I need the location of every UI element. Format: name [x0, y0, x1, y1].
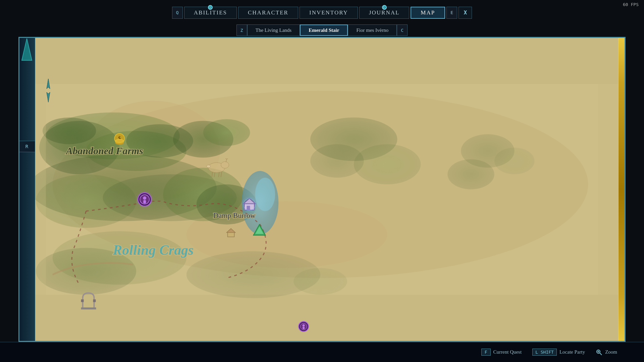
locate-party-hint: L SHIFT Locate Party: [532, 349, 585, 356]
current-quest-hint: F Current Quest: [481, 349, 522, 356]
tab-abilities[interactable]: ! ABILITIES: [184, 7, 237, 19]
sidebar-r-button[interactable]: R: [18, 141, 35, 152]
tab-journal[interactable]: ! JOURNAL: [359, 7, 409, 19]
svg-marker-68: [47, 92, 50, 102]
svg-point-23: [494, 147, 535, 174]
svg-point-47: [115, 139, 123, 142]
svg-rect-38: [247, 206, 250, 210]
sub-key-right[interactable]: C: [397, 24, 408, 36]
zoom-icon: [596, 349, 602, 356]
tab-character[interactable]: CHARACTER: [238, 7, 298, 19]
svg-rect-59: [93, 299, 96, 302]
svg-point-20: [354, 144, 421, 184]
compass-indicator: [18, 37, 35, 64]
bottom-hint-bar: F Current Quest L SHIFT Locate Party Zoo…: [0, 342, 644, 362]
map-background: $: [19, 38, 625, 341]
svg-point-11: [203, 119, 250, 146]
sub-key-left[interactable]: Z: [236, 24, 247, 36]
svg-marker-69: [22, 39, 32, 60]
notification-dot-journal: !: [382, 5, 387, 10]
current-quest-key[interactable]: F: [481, 349, 491, 356]
svg-rect-51: [143, 200, 146, 203]
sub-tab-living-lands[interactable]: The Living Lands: [247, 24, 300, 36]
svg-text:Rolling Crags: Rolling Crags: [112, 242, 194, 258]
svg-point-9: [43, 117, 96, 144]
nav-bar: 60 FPS Q ! ABILITIES CHARACTER INVENTORY…: [0, 0, 644, 25]
svg-point-21: [310, 144, 364, 178]
nav-key-left[interactable]: Q: [172, 7, 183, 19]
svg-point-18: [255, 178, 275, 211]
svg-point-24: [447, 159, 494, 189]
notification-dot-abilities: !: [208, 5, 213, 10]
right-decorative-bar: [618, 37, 626, 342]
locate-party-key[interactable]: L SHIFT: [532, 349, 557, 356]
fps-counter: 60 FPS: [623, 2, 639, 7]
svg-rect-58: [81, 299, 84, 302]
close-button[interactable]: X: [459, 7, 472, 19]
svg-point-55: [303, 324, 305, 327]
svg-rect-56: [303, 327, 305, 329]
map-container[interactable]: $: [18, 37, 626, 342]
svg-point-28: [293, 268, 347, 295]
svg-text:Damp Burrow: Damp Burrow: [213, 211, 256, 220]
tab-map[interactable]: MAP: [411, 7, 445, 19]
svg-line-72: [600, 353, 602, 355]
tab-inventory[interactable]: INVENTORY: [300, 7, 358, 19]
map-svg: $: [19, 38, 625, 341]
sub-tabs-bar: Z The Living Lands Emerald Stair Fior me…: [0, 23, 644, 38]
svg-marker-67: [47, 79, 50, 89]
left-sidebar: R: [18, 37, 35, 342]
svg-point-35: [207, 165, 211, 168]
svg-text:Abandoned Farms: Abandoned Farms: [65, 145, 143, 156]
svg-point-50: [143, 196, 146, 200]
nav-key-right[interactable]: E: [446, 7, 457, 19]
compass: [40, 77, 57, 104]
sub-tab-fior-mes-iverno[interactable]: Fior mes Ivèrno: [348, 24, 397, 36]
sub-tab-emerald-stair[interactable]: Emerald Stair: [300, 24, 348, 36]
svg-rect-57: [81, 307, 96, 309]
svg-point-30: [221, 162, 229, 168]
zoom-hint: Zoom: [596, 349, 617, 356]
